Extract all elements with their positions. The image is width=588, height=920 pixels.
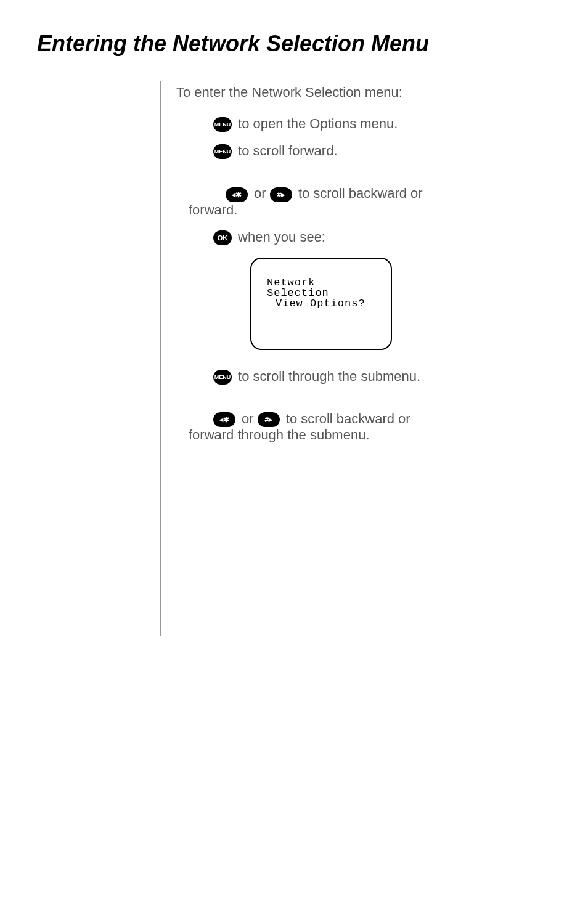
- step-open-options: MENU to open the Options menu.: [213, 116, 551, 132]
- vertical-divider: [160, 81, 161, 636]
- content-column: To enter the Network Selection menu: MEN…: [176, 81, 551, 636]
- step-text: to scroll through the submenu.: [234, 368, 420, 384]
- page-title: Entering the Network Selection Menu: [37, 31, 551, 57]
- left-arrow-icon: ◂✱: [213, 412, 235, 427]
- step-scroll-submenu-both: ◂✱ or #▸ to scroll backward or forward t…: [189, 411, 551, 443]
- separator-or: or: [250, 185, 270, 201]
- screen-line-2: Selection: [267, 288, 378, 298]
- left-arrow-icon: ◂✱: [226, 187, 248, 202]
- ok-icon: OK: [213, 230, 232, 245]
- screen-line-3: View Options?: [267, 298, 378, 309]
- step-scroll-submenu: MENU to scroll through the submenu.: [213, 368, 551, 385]
- separator-or: or: [238, 411, 258, 426]
- menu-icon: MENU: [213, 144, 232, 159]
- step-text: to open the Options menu.: [234, 116, 398, 131]
- step-text: to scroll forward.: [234, 143, 338, 158]
- menu-icon: MENU: [213, 370, 232, 385]
- content-wrapper: To enter the Network Selection menu: MEN…: [160, 81, 551, 636]
- right-arrow-icon: #▸: [270, 187, 292, 202]
- screen-line-1: Network: [267, 277, 378, 288]
- step-text-wrap: forward.: [189, 202, 551, 218]
- step-ok-when-see: OK when you see:: [213, 229, 551, 245]
- menu-icon: MENU: [213, 117, 232, 132]
- step-text: to scroll backward or: [295, 185, 423, 201]
- step-text: when you see:: [234, 229, 325, 245]
- step-text-wrap: forward through the submenu.: [189, 427, 551, 443]
- right-arrow-icon: #▸: [258, 412, 280, 427]
- step-scroll-forward: MENU to scroll forward.: [213, 143, 551, 159]
- step-scroll-backward-forward: ◂✱ or #▸ to scroll backward or forward.: [189, 185, 551, 218]
- step-text: to scroll backward or: [282, 411, 410, 426]
- intro-text: To enter the Network Selection menu:: [176, 84, 551, 100]
- phone-screen-display: Network Selection View Options?: [250, 258, 392, 350]
